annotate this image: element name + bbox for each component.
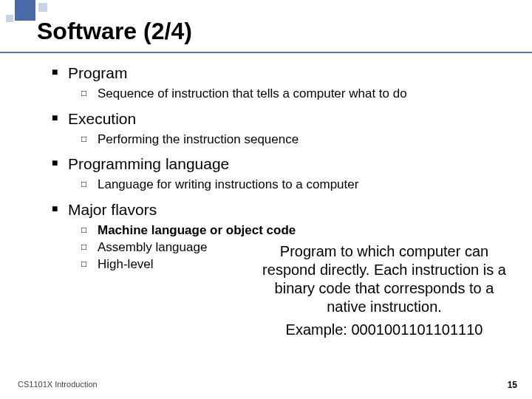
bullet-program: ■ Program □ Sequence of instruction that… (52, 64, 510, 102)
sub-bullet: Machine language or object code (98, 222, 296, 238)
title-rule (0, 52, 532, 53)
sub-bullet: Language for writing instructions to a c… (98, 177, 358, 192)
slide-content: ■ Program □ Sequence of instruction that… (52, 64, 510, 347)
footer-text: CS1101X Introduction (18, 380, 98, 389)
bullet-major-flavors: ■ Major flavors □ Machine language or ob… (52, 200, 510, 340)
bullet-label: Execution (68, 109, 136, 129)
callout-machine-language: Program to which computer can respond di… (259, 242, 510, 339)
sub-bullet: High-level (98, 256, 154, 272)
hollow-square-icon: □ (81, 177, 98, 192)
slide: Software (2/4) ■ Program □ Sequence of i… (0, 0, 532, 399)
square-bullet-icon: ■ (52, 109, 68, 129)
square-bullet-icon: ■ (52, 200, 68, 219)
bullet-execution: ■ Execution □ Performing the instruction… (52, 109, 510, 148)
square-bullet-icon: ■ (52, 64, 68, 83)
bullet-label: Major flavors (68, 200, 157, 219)
bullet-label: Programming language (68, 154, 229, 174)
hollow-square-icon: □ (81, 86, 98, 101)
bullet-programming-language: ■ Programming language □ Language for wr… (52, 154, 510, 193)
sub-bullet: Sequence of instruction that tells a com… (98, 86, 407, 101)
hollow-square-icon: □ (81, 132, 98, 147)
page-number: 15 (508, 380, 517, 390)
bullet-label: Program (68, 64, 128, 83)
hollow-square-icon: □ (81, 239, 98, 255)
hollow-square-icon: □ (81, 256, 98, 272)
square-bullet-icon: ■ (52, 154, 68, 174)
callout-example: Example: 0001001101101110 (259, 321, 510, 339)
callout-body: Program to which computer can respond di… (259, 242, 510, 316)
slide-title: Software (2/4) (37, 18, 517, 45)
hollow-square-icon: □ (81, 222, 98, 238)
sub-bullet: Assembly language (98, 239, 207, 255)
sub-bullet: Performing the instruction sequence (98, 132, 299, 147)
